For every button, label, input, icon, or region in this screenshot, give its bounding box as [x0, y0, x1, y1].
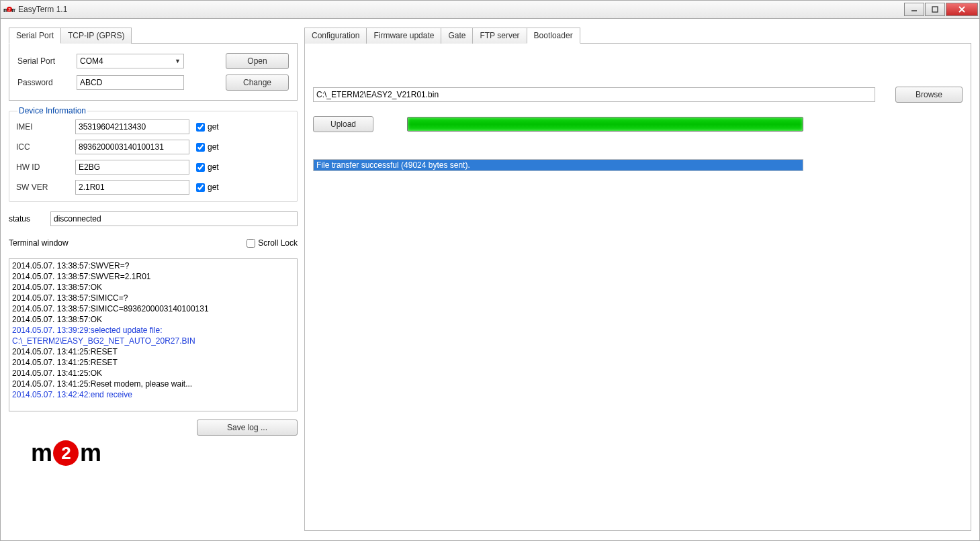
terminal-line: 2014.05.07. 13:41:25:OK: [12, 368, 294, 379]
connection-tab-body: Serial Port COM4 ▼ Open Password Change: [9, 44, 298, 101]
imei-input[interactable]: [75, 119, 189, 134]
hwid-label: HW ID: [16, 162, 69, 172]
serial-port-value: COM4: [80, 56, 103, 66]
imei-label: IMEI: [16, 122, 69, 132]
tab-firmware-update[interactable]: Firmware update: [366, 28, 441, 44]
tab-serial-port[interactable]: Serial Port: [9, 28, 61, 44]
window-controls: [904, 3, 978, 16]
password-input[interactable]: [77, 75, 184, 90]
icc-input[interactable]: [75, 140, 189, 154]
terminal-line: 2014.05.07. 13:38:57:OK: [12, 282, 294, 293]
svg-text:2: 2: [8, 7, 11, 12]
serial-port-combo[interactable]: COM4 ▼: [77, 54, 184, 68]
file-path-input[interactable]: [313, 87, 875, 102]
terminal-line: 2014.05.07. 13:38:57:SIMICC=893620000314…: [12, 303, 294, 314]
terminal-output[interactable]: 2014.05.07. 13:38:57:SWVER=?2014.05.07. …: [9, 258, 298, 411]
tab-tcp-ip[interactable]: TCP-IP (GPRS): [60, 28, 132, 44]
terminal-line: 2014.05.07. 13:41:25:RESET: [12, 346, 294, 357]
hwid-input[interactable]: [75, 160, 189, 175]
save-log-button[interactable]: Save log ...: [197, 420, 298, 436]
terminal-line: 2014.05.07. 13:41:25:RESET: [12, 357, 294, 368]
app-icon: m2m: [3, 5, 15, 14]
swver-get-checkbox[interactable]: get: [196, 183, 219, 192]
titlebar: m2m EasyTerm 1.1: [0, 0, 980, 19]
open-button[interactable]: Open: [226, 53, 289, 69]
terminal-line: 2014.05.07. 13:38:57:SIMICC=?: [12, 293, 294, 303]
m2m-logo: m2m: [9, 429, 123, 477]
svg-text:m: m: [11, 7, 15, 13]
browse-button[interactable]: Browse: [895, 87, 963, 103]
hwid-get-checkbox[interactable]: get: [196, 162, 219, 172]
upload-button[interactable]: Upload: [313, 116, 373, 132]
bootloader-panel: Browse Upload File transfer successful (…: [304, 44, 971, 531]
swver-input[interactable]: [75, 180, 189, 195]
tab-configuration[interactable]: Configuration: [304, 28, 367, 44]
terminal-line: 2014.05.07. 13:38:57:SWVER=2.1R01: [12, 271, 294, 282]
device-info-panel: Device Information IMEI get ICC get HW I…: [9, 106, 298, 202]
svg-rect-5: [932, 7, 938, 12]
transfer-status-message: File transfer successful (49024 bytes se…: [313, 159, 803, 171]
connection-tabs: Serial Port TCP-IP (GPRS): [9, 27, 298, 44]
upload-progress-bar: [407, 117, 803, 132]
chevron-down-icon: ▼: [175, 58, 181, 64]
close-button[interactable]: [946, 3, 978, 16]
tab-bootloader[interactable]: Bootloader: [527, 28, 580, 44]
swver-label: SW VER: [16, 183, 69, 192]
terminal-line: 2014.05.07. 13:42:42:end receive: [12, 389, 294, 400]
imei-get-checkbox[interactable]: get: [196, 122, 219, 132]
right-column: Configuration Firmware update Gate FTP s…: [304, 27, 971, 532]
icc-get-checkbox[interactable]: get: [196, 142, 219, 152]
password-label: Password: [17, 78, 70, 87]
status-field: [50, 211, 298, 226]
icc-label: ICC: [16, 142, 69, 152]
maximize-button[interactable]: [925, 3, 945, 16]
status-label: status: [9, 214, 44, 224]
terminal-line: 2014.05.07. 13:38:57:SWVER=?: [12, 260, 294, 271]
terminal-window-label: Terminal window: [9, 238, 69, 248]
left-column: Serial Port TCP-IP (GPRS) Serial Port CO…: [9, 27, 298, 532]
terminal-line: 2014.05.07. 13:38:57:OK: [12, 314, 294, 325]
tab-gate[interactable]: Gate: [441, 28, 473, 44]
tab-ftp-server[interactable]: FTP server: [472, 28, 527, 44]
connection-panel: Serial Port TCP-IP (GPRS) Serial Port CO…: [9, 27, 298, 101]
scroll-lock-checkbox[interactable]: Scroll Lock: [247, 238, 298, 248]
terminal-line: 2014.05.07. 13:41:25:Reset modem, please…: [12, 379, 294, 389]
window-title: EasyTerm 1.1: [18, 5, 904, 14]
device-info-legend: Device Information: [17, 106, 87, 115]
main-tabs: Configuration Firmware update Gate FTP s…: [304, 27, 971, 44]
terminal-line: 2014.05.07. 13:39:29:selected update fil…: [12, 325, 294, 346]
change-button[interactable]: Change: [226, 75, 289, 91]
serial-port-label: Serial Port: [17, 56, 70, 66]
app-body: Serial Port TCP-IP (GPRS) Serial Port CO…: [0, 19, 980, 541]
minimize-button[interactable]: [904, 3, 924, 16]
